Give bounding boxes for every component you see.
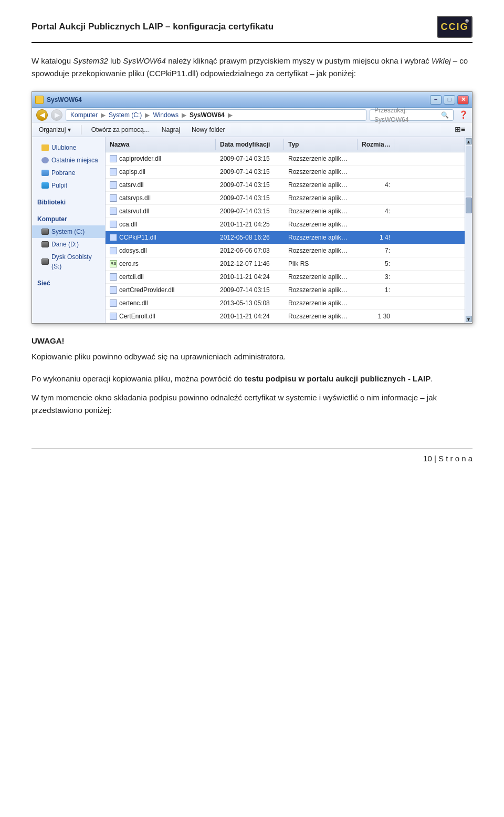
sidebar-label-siec: Sieć	[32, 277, 105, 289]
file-name-text: CCPkiP11.dll	[119, 233, 156, 242]
minimize-button[interactable]: –	[430, 95, 442, 105]
file-name-text: capisp.dll	[119, 167, 145, 177]
sidebar-label-biblioteki: Biblioteki	[32, 196, 105, 209]
file-name-cell: capisp.dll	[106, 166, 216, 178]
scroll-up[interactable]: ▲	[466, 138, 472, 144]
file-size-cell: 1:	[358, 284, 394, 296]
search-placeholder: Przeszukaj: SysWOW64	[374, 106, 441, 125]
file-name-text: catsrv.dll	[119, 180, 143, 190]
scrollbar[interactable]: ▲ ▼	[465, 137, 472, 323]
col-header-type[interactable]: Typ	[284, 139, 358, 150]
file-type-cell: Rozszerzenie aplik…	[284, 232, 358, 243]
col-header-size[interactable]: Rozmia…	[358, 139, 394, 150]
file-name-cell: RS cero.rs	[106, 258, 216, 270]
file-icon: RS	[110, 260, 117, 267]
crumb-system[interactable]: System (C:)	[109, 110, 142, 120]
sidebar-item-pulpit[interactable]: Pulpit	[32, 179, 105, 192]
file-name-cell: certcli.dll	[106, 271, 216, 283]
file-size-cell: 3:	[358, 271, 394, 283]
file-name-cell: certCredProvider.dll	[106, 284, 216, 296]
file-date-cell: 2009-07-14 03:15	[216, 166, 284, 178]
new-folder-button[interactable]: Nowy folder	[189, 125, 227, 135]
crumb-syswow64[interactable]: SysWOW64	[190, 110, 225, 120]
scroll-thumb[interactable]	[466, 198, 472, 213]
table-row[interactable]: certenc.dll 2013-05-13 05:08 Rozszerzeni…	[106, 297, 465, 310]
file-size-cell	[358, 197, 394, 199]
address-box[interactable]: Komputer ▶ System (C:) ▶ Windows ▶ SysWO…	[66, 109, 366, 121]
file-name-text: cero.rs	[119, 259, 139, 268]
table-row[interactable]: cca.dll 2010-11-21 04:25 Rozszerzenie ap…	[106, 218, 465, 231]
page-number: 10 | S t r o n a	[423, 454, 472, 463]
sidebar-item-pobrane[interactable]: Pobrane	[32, 167, 105, 179]
file-date-cell: 2010-11-21 04:25	[216, 219, 284, 230]
clock-icon	[41, 157, 49, 163]
file-icon	[110, 234, 117, 241]
sidebar-label-ulubione: Ulubione	[51, 143, 76, 152]
table-row[interactable]: cdosys.dll 2012-06-06 07:03 Rozszerzenie…	[106, 244, 465, 257]
uwaga-label: UWAGA!	[32, 335, 472, 347]
table-row[interactable]: certCredProvider.dll 2009-07-14 03:15 Ro…	[106, 284, 465, 297]
file-name-cell: catsrvps.dll	[106, 192, 216, 204]
sidebar-item-ostatnie[interactable]: Ostatnie miejsca	[32, 154, 105, 167]
search-box[interactable]: Przeszukaj: SysWOW64 🔍	[370, 109, 454, 121]
file-icon	[110, 221, 117, 228]
open-with-button[interactable]: Otwórz za pomocą…	[89, 125, 153, 135]
drive-c-icon	[41, 229, 49, 235]
table-row[interactable]: CertEnroll.dll 2010-11-21 04:24 Rozszerz…	[106, 310, 465, 323]
explorer-addressbar: ◀ ▶ Komputer ▶ System (C:) ▶ Windows ▶ S…	[32, 108, 472, 122]
table-row[interactable]: catsrvut.dll 2009-07-14 03:15 Rozszerzen…	[106, 205, 465, 218]
file-name-text: CertEnroll.dll	[119, 312, 155, 321]
col-header-name[interactable]: Nazwa	[106, 139, 216, 150]
logo-text: CCIG	[441, 20, 469, 34]
file-icon	[110, 247, 117, 254]
table-row[interactable]: certcli.dll 2010-11-21 04:24 Rozszerzeni…	[106, 271, 465, 284]
table-row[interactable]: catsrv.dll 2009-07-14 03:15 Rozszerzenie…	[106, 179, 465, 192]
file-name-text: certenc.dll	[119, 298, 148, 308]
organize-button[interactable]: Organizuj ▾	[36, 125, 74, 135]
forward-button[interactable]: ▶	[51, 109, 62, 121]
explorer-main: Nazwa Data modyfikacji Typ Rozmia… capip…	[106, 137, 465, 323]
burn-button[interactable]: Nagraj	[159, 125, 183, 135]
sidebar-label-s: Dysk Osobisty (S:)	[51, 252, 100, 271]
crumb-komputer[interactable]: Komputer	[70, 110, 98, 120]
drive-s-icon	[41, 258, 49, 265]
scroll-down[interactable]: ▼	[466, 316, 472, 322]
file-icon	[110, 208, 117, 215]
sidebar-item-ulubione[interactable]: Ulubione	[32, 141, 105, 154]
search-icon[interactable]: 🔍	[441, 110, 449, 120]
sidebar-item-c[interactable]: System (C:)	[32, 225, 105, 238]
file-date-cell: 2013-05-13 05:08	[216, 297, 284, 309]
file-date-cell: 2012-06-06 07:03	[216, 245, 284, 256]
table-row[interactable]: RS cero.rs 2012-12-07 11:46 Plik RS 5:	[106, 257, 465, 271]
help-button[interactable]: ❓	[459, 109, 468, 120]
sidebar-label-pobrane: Pobrane	[51, 168, 75, 178]
file-icon	[110, 286, 117, 294]
table-row[interactable]: capiprovider.dll 2009-07-14 03:15 Rozsze…	[106, 152, 465, 166]
file-date-cell: 2009-07-14 03:15	[216, 284, 284, 296]
table-row[interactable]: CCPkiP11.dll 2012-05-08 16:26 Rozszerzen…	[106, 231, 465, 244]
file-name-cell: capiprovider.dll	[106, 153, 216, 164]
file-size-cell: 1 4!	[358, 232, 394, 243]
page-title: Portal Aukcji Publicznych LAIP – konfigu…	[32, 20, 274, 34]
titlebar-controls[interactable]: – □ ✕	[430, 95, 469, 105]
maximize-button[interactable]: □	[444, 95, 455, 105]
col-header-date[interactable]: Data modyfikacji	[216, 139, 284, 150]
intro-text: W katalogu System32 lub SysWOW64 należy …	[32, 55, 472, 80]
table-row[interactable]: capisp.dll 2009-07-14 03:15 Rozszerzenie…	[106, 166, 465, 179]
explorer-window: SysWOW64 – □ ✕ ◀ ▶ Komputer ▶ System (C:…	[32, 91, 472, 324]
close-button[interactable]: ✕	[457, 95, 469, 105]
file-name-cell: catsrv.dll	[106, 179, 216, 191]
back-button[interactable]: ◀	[36, 109, 48, 121]
view-button[interactable]: ⊞≡	[452, 123, 468, 136]
table-row[interactable]: catsrvps.dll 2009-07-14 03:15 Rozszerzen…	[106, 192, 465, 205]
file-icon	[110, 155, 117, 162]
sidebar-network: Sieć	[32, 277, 105, 289]
crumb-windows[interactable]: Windows	[153, 110, 178, 120]
sidebar-item-s[interactable]: Dysk Osobisty (S:)	[32, 251, 105, 273]
file-icon	[110, 313, 117, 320]
sidebar-label-pulpit: Pulpit	[51, 181, 67, 190]
page-footer: 10 | S t r o n a	[32, 448, 472, 465]
sidebar-item-d[interactable]: Dane (D:)	[32, 238, 105, 251]
file-date-cell: 2010-11-21 04:24	[216, 311, 284, 322]
file-icon	[110, 299, 117, 307]
